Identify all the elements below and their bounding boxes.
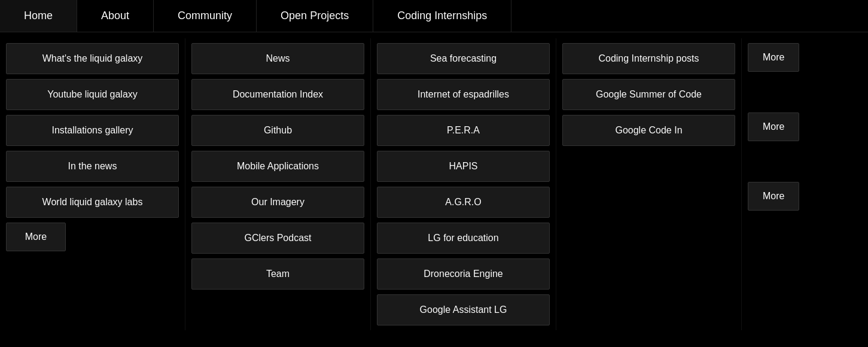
menu-item-google-summer-of-code[interactable]: Google Summer of Code [562, 79, 735, 110]
menu-item-sea-forecasting[interactable]: Sea forecasting [377, 43, 550, 74]
menu-item-pera[interactable]: P.E.R.A [377, 115, 550, 146]
menu-item-google-assistant-lg[interactable]: Google Assistant LG [377, 294, 550, 325]
top-nav: Home About Community Open Projects Codin… [0, 0, 868, 32]
coding-internships-column: Coding Internship posts Google Summer of… [556, 38, 742, 330]
menu-item-agro[interactable]: A.G.R.O [377, 187, 550, 218]
menu-item-team[interactable]: Team [191, 258, 364, 290]
mega-menu: What's the liquid galaxy Youtube liquid … [0, 32, 868, 336]
menu-item-internet-of-espadrilles[interactable]: Internet of espadrilles [377, 79, 550, 110]
nav-item-open-projects[interactable]: Open Projects [257, 0, 373, 32]
menu-item-world-liquid-galaxy-labs[interactable]: World liquid galaxy labs [6, 187, 179, 218]
menu-item-hapis[interactable]: HAPIS [377, 151, 550, 182]
about-more-button[interactable]: More [6, 223, 66, 251]
menu-item-news[interactable]: News [191, 43, 364, 74]
menu-item-coding-internship-posts[interactable]: Coding Internship posts [562, 43, 735, 74]
more-button-2[interactable]: More [748, 112, 799, 141]
menu-item-documentation-index[interactable]: Documentation Index [191, 79, 364, 110]
menu-item-whats-liquid-galaxy[interactable]: What's the liquid galaxy [6, 43, 179, 74]
menu-item-dronecoria-engine[interactable]: Dronecoria Engine [377, 258, 550, 290]
menu-item-google-code-in[interactable]: Google Code In [562, 115, 735, 146]
menu-item-youtube-liquid-galaxy[interactable]: Youtube liquid galaxy [6, 79, 179, 110]
menu-item-in-the-news[interactable]: In the news [6, 151, 179, 182]
menu-item-mobile-applications[interactable]: Mobile Applications [191, 151, 364, 182]
menu-item-our-imagery[interactable]: Our Imagery [191, 187, 364, 218]
more-buttons-column: More More More [742, 38, 805, 330]
menu-item-installations-gallery[interactable]: Installations gallery [6, 115, 179, 146]
menu-item-github[interactable]: Github [191, 115, 364, 146]
menu-item-gclers-podcast[interactable]: GClers Podcast [191, 223, 364, 254]
nav-item-about[interactable]: About [77, 0, 154, 32]
menu-item-lg-for-education[interactable]: LG for education [377, 223, 550, 254]
about-column: What's the liquid galaxy Youtube liquid … [0, 38, 185, 330]
nav-item-home[interactable]: Home [0, 0, 77, 32]
nav-item-community[interactable]: Community [154, 0, 257, 32]
open-projects-column: Sea forecasting Internet of espadrilles … [371, 38, 556, 330]
more-button-1[interactable]: More [748, 43, 799, 72]
nav-item-coding-internships[interactable]: Coding Internships [373, 0, 511, 32]
more-button-3[interactable]: More [748, 182, 799, 211]
community-column: News Documentation Index Github Mobile A… [185, 38, 371, 330]
